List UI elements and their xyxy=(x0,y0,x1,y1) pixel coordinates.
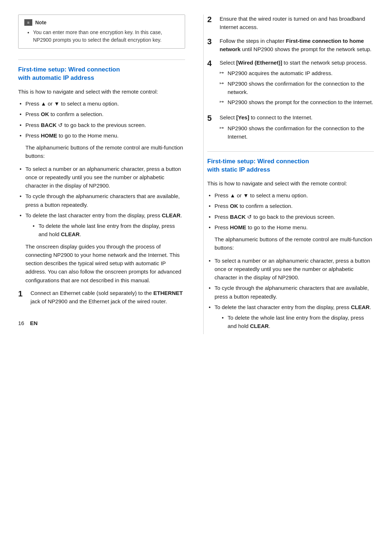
step-2-number: 2 xyxy=(207,15,216,25)
step-2-content: Ensure that the wired router is turned o… xyxy=(220,15,374,32)
list-item: To select a number or an alphanumeric ch… xyxy=(18,165,185,190)
list-item: To cycle through the alphanumeric charac… xyxy=(18,192,185,209)
step-3-content: Follow the steps in chapter First-time c… xyxy=(220,37,374,54)
page-number: 16 xyxy=(18,320,24,326)
arrow-item: NP2900 acquires the automatic IP address… xyxy=(220,69,374,77)
sub-list-item: To delete the whole last line entry from… xyxy=(25,222,185,239)
lang-label: EN xyxy=(30,320,38,326)
sub-list-item: To delete the whole last line entry from… xyxy=(215,313,374,331)
page-footer: 16 EN xyxy=(18,320,185,326)
step-1-number: 1 xyxy=(18,289,27,299)
section1-indent-para: The alphanumeric buttons of the remote c… xyxy=(25,143,185,160)
list-item: Press ▲ or ▼ to select a menu option. xyxy=(207,191,374,200)
step-5-content: Select [Yes] to connect to the Internet.… xyxy=(220,113,374,143)
list-item: Press OK to confirm a selection. xyxy=(18,110,185,118)
list-item: Press ▲ or ▼ to select a menu option. xyxy=(18,99,185,108)
note-label: Note xyxy=(35,20,46,25)
section2-intro: This is how to navigate and select with … xyxy=(207,179,374,188)
section1-intro: This is how to navigate and select with … xyxy=(18,87,185,96)
section2-bullet-list-1: Press ▲ or ▼ to select a menu option. Pr… xyxy=(207,191,374,231)
section-divider-1 xyxy=(18,59,185,60)
list-item: Press OK to confirm a selection. xyxy=(207,202,374,210)
step-1-content: Connect an Ethernet cable (sold separate… xyxy=(30,289,185,306)
list-item: To delete the last character entry from … xyxy=(18,211,185,239)
step-4: 4 Select [Wired (Ethernet)] to start the… xyxy=(207,58,374,108)
list-item: To select a number or an alphanumeric ch… xyxy=(207,257,374,282)
list-item: To cycle through the alphanumeric charac… xyxy=(207,284,374,301)
page-layout: ≡ Note You can enter more than one encry… xyxy=(18,15,374,334)
section2-indent-para: The alphanumeric buttons of the remote c… xyxy=(215,235,374,252)
note-icon: ≡ xyxy=(24,19,32,26)
list-item: Press HOME to go to the Home menu. xyxy=(18,131,185,140)
step-5: 5 Select [Yes] to connect to the Interne… xyxy=(207,113,374,143)
note-box: ≡ Note You can enter more than one encry… xyxy=(18,15,185,49)
section-divider-2 xyxy=(207,151,374,152)
step-4-content: Select [Wired (Ethernet)] to start the n… xyxy=(220,58,374,108)
arrow-item: NP2900 shows the prompt for the connecti… xyxy=(220,98,374,106)
arrow-item: NP2900 shows the confirmation for the co… xyxy=(220,124,374,141)
note-bullet: You can enter more than one encryption k… xyxy=(33,29,179,44)
section1-indent-para2: The onscreen display guides you through … xyxy=(25,242,185,284)
list-item: Press BACK ↺ to go back to the previous … xyxy=(18,121,185,129)
right-column: 2 Ensure that the wired router is turned… xyxy=(203,15,374,334)
step-2: 2 Ensure that the wired router is turned… xyxy=(207,15,374,32)
section1-heading: First-time setup: Wired connection with … xyxy=(18,66,185,82)
step-5-number: 5 xyxy=(207,113,216,124)
left-column: ≡ Note You can enter more than one encry… xyxy=(18,15,189,334)
list-item: To delete the last character entry from … xyxy=(207,303,374,331)
section2-bullet-list-2: To select a number or an alphanumeric ch… xyxy=(207,257,374,331)
section1-bullet-list-1: Press ▲ or ▼ to select a menu option. Pr… xyxy=(18,99,185,140)
arrow-item: NP2900 shows the confirmation for the co… xyxy=(220,79,374,97)
step-3: 3 Follow the steps in chapter First-time… xyxy=(207,37,374,54)
section2-heading: First-time setup: Wired connection with … xyxy=(207,157,374,174)
list-item: Press BACK ↺ to go back to the previous … xyxy=(207,213,374,221)
step-1: 1 Connect an Ethernet cable (sold separa… xyxy=(18,289,185,306)
step-4-number: 4 xyxy=(207,58,216,69)
step-3-number: 3 xyxy=(207,37,216,47)
note-header: ≡ Note xyxy=(24,19,179,26)
section1-bullet-list-2: To select a number or an alphanumeric ch… xyxy=(18,165,185,239)
list-item: Press HOME to go to the Home menu. xyxy=(207,223,374,231)
